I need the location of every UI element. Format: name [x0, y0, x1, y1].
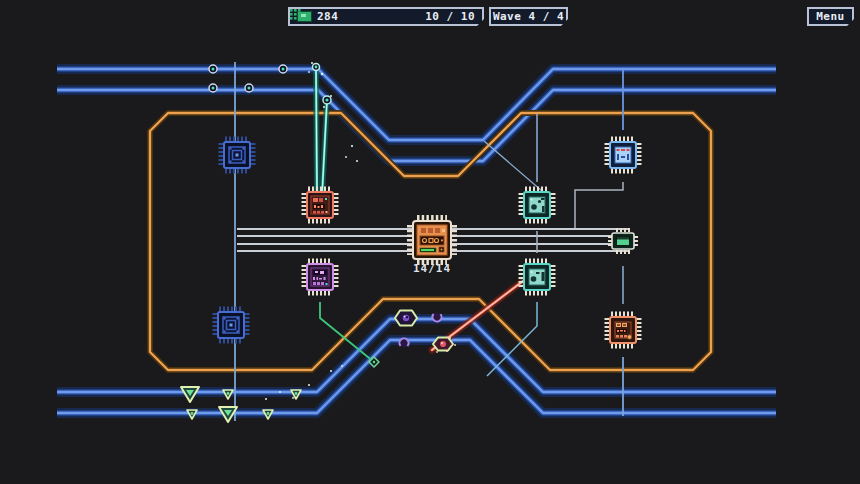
menu-label: Menu: [816, 10, 845, 23]
money-group: 284: [297, 10, 338, 23]
core-cpu[interactable]: [410, 218, 454, 262]
cyan-laser-beam: [316, 67, 327, 196]
wave-panel: Wave 4 / 4: [489, 7, 568, 26]
laser-tower-teal-lower[interactable]: [521, 261, 553, 293]
grid-icon: [290, 9, 301, 20]
laser-beams: [316, 67, 535, 350]
empty-slot-chip[interactable]: [215, 309, 247, 341]
hexagon-enemy: [395, 311, 417, 326]
game-screen: 284 10 / 10 Wave 4 / 4 Menu 14/14: [0, 0, 860, 484]
tower-orange[interactable]: [607, 314, 639, 346]
laser-tower-red[interactable]: [304, 189, 336, 221]
menu-button[interactable]: Menu: [807, 7, 854, 26]
tower-teal-upper[interactable]: [521, 189, 553, 221]
tiles-group: 10 / 10: [425, 10, 475, 23]
tower-lightblue[interactable]: [607, 139, 639, 171]
core-health-fill: [421, 249, 434, 251]
resource-panel: 284 10 / 10: [288, 7, 484, 26]
empty-slot-chip[interactable]: [221, 139, 253, 171]
tower-purple[interactable]: [304, 261, 336, 293]
chip-green-small[interactable]: [610, 230, 636, 252]
hexagon-enemy-hit: [433, 338, 453, 351]
money-value: 284: [317, 10, 338, 23]
playfield: [0, 0, 860, 484]
wave-label: Wave 4 / 4: [493, 10, 564, 23]
core-health-label: 14/14: [408, 262, 456, 275]
tiles-value: 10 / 10: [425, 10, 475, 23]
